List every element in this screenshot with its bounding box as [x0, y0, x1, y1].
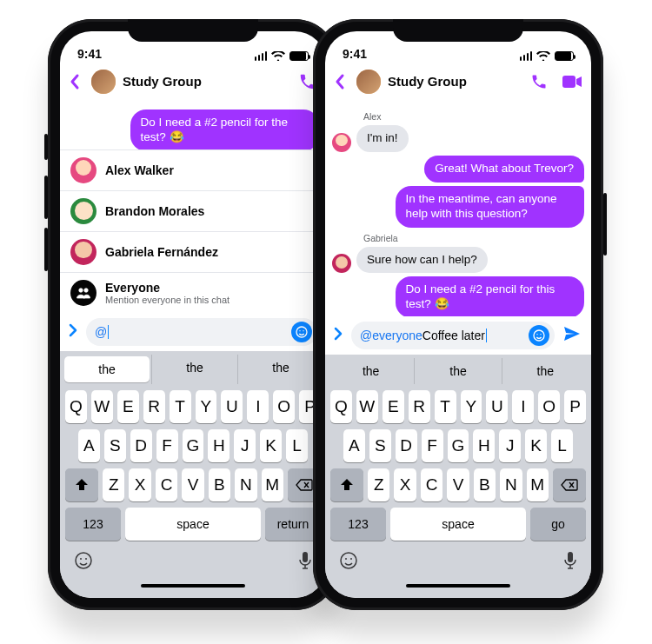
- numeric-key[interactable]: 123: [65, 508, 121, 541]
- chat-title[interactable]: Study Group: [388, 74, 523, 89]
- go-key[interactable]: go: [530, 508, 586, 541]
- svg-point-6: [80, 558, 82, 560]
- mention-item-brandon[interactable]: Brandon Morales: [60, 191, 326, 232]
- key[interactable]: J: [234, 429, 256, 462]
- svg-point-5: [76, 553, 91, 568]
- back-button[interactable]: [330, 69, 349, 95]
- suggestion[interactable]: the: [237, 355, 323, 384]
- key[interactable]: F: [422, 429, 443, 462]
- backspace-key[interactable]: [553, 468, 586, 501]
- key[interactable]: W: [356, 390, 378, 423]
- key[interactable]: A: [343, 429, 365, 462]
- emoji-keyboard-button[interactable]: [338, 550, 359, 574]
- key[interactable]: L: [286, 429, 308, 462]
- key[interactable]: G: [448, 429, 469, 462]
- key[interactable]: X: [129, 468, 150, 501]
- expand-composer-button[interactable]: [332, 326, 344, 345]
- emoji-button[interactable]: [291, 322, 312, 342]
- key[interactable]: R: [409, 390, 430, 423]
- message-input[interactable]: @everyone Coffee later: [351, 322, 555, 349]
- message-in[interactable]: I'm in!: [332, 125, 584, 152]
- audio-call-button[interactable]: [530, 73, 548, 90]
- key[interactable]: W: [91, 390, 113, 423]
- key[interactable]: R: [143, 390, 165, 423]
- key[interactable]: D: [130, 429, 152, 462]
- key[interactable]: V: [447, 468, 469, 501]
- key[interactable]: Q: [65, 390, 87, 423]
- home-indicator[interactable]: [406, 584, 510, 588]
- key[interactable]: N: [500, 468, 522, 501]
- key[interactable]: P: [564, 390, 586, 423]
- key[interactable]: O: [538, 390, 560, 423]
- numeric-key[interactable]: 123: [330, 508, 386, 541]
- key[interactable]: D: [396, 429, 417, 462]
- space-key[interactable]: space: [125, 508, 261, 541]
- dictation-button[interactable]: [297, 550, 313, 574]
- key-row-1: Q W E R T Y U I O P: [63, 390, 323, 423]
- key[interactable]: Z: [368, 468, 389, 501]
- key[interactable]: E: [117, 390, 139, 423]
- message-out[interactable]: Do I need a #2 pencil for the test? 😂: [67, 110, 319, 149]
- key[interactable]: J: [499, 429, 521, 462]
- home-indicator[interactable]: [141, 584, 245, 588]
- key[interactable]: V: [182, 468, 203, 501]
- key[interactable]: S: [369, 429, 391, 462]
- key[interactable]: S: [104, 429, 126, 462]
- key[interactable]: U: [221, 390, 243, 423]
- key[interactable]: B: [474, 468, 496, 501]
- key[interactable]: M: [527, 468, 549, 501]
- dictation-button[interactable]: [562, 550, 578, 574]
- chat-header: Study Group: [325, 63, 591, 101]
- key[interactable]: N: [235, 468, 256, 501]
- suggestion[interactable]: the: [151, 355, 237, 384]
- chat-title[interactable]: Study Group: [123, 74, 291, 89]
- space-key[interactable]: space: [390, 508, 526, 541]
- message-out[interactable]: Great! What about Trevor?: [332, 156, 584, 183]
- expand-composer-button[interactable]: [67, 322, 79, 342]
- emoji-keyboard-button[interactable]: [73, 550, 94, 574]
- mention-item-gabriela[interactable]: Gabriela Fernández: [60, 232, 326, 273]
- key[interactable]: T: [170, 390, 191, 423]
- suggestion[interactable]: the: [502, 358, 589, 384]
- mention-item-alex[interactable]: Alex Walker: [60, 150, 326, 191]
- shift-key[interactable]: [65, 468, 98, 501]
- mention-item-everyone[interactable]: Everyone Mention everyone in this chat: [60, 273, 326, 313]
- key[interactable]: C: [421, 468, 442, 501]
- shift-key[interactable]: [330, 468, 363, 501]
- message-in[interactable]: Sure how can I help?: [332, 247, 584, 274]
- key[interactable]: A: [78, 429, 100, 462]
- message-out[interactable]: Do I need a #2 pencil for this test? 😂: [332, 276, 584, 316]
- key[interactable]: Y: [196, 390, 217, 423]
- chat-avatar[interactable]: [356, 70, 381, 94]
- key[interactable]: Q: [330, 390, 352, 423]
- key[interactable]: K: [525, 429, 547, 462]
- message-input[interactable]: @: [86, 318, 317, 346]
- video-call-button[interactable]: [562, 75, 582, 89]
- key[interactable]: H: [208, 429, 230, 462]
- key[interactable]: C: [156, 468, 177, 501]
- key[interactable]: I: [247, 390, 269, 423]
- suggestion[interactable]: the: [328, 358, 414, 384]
- key[interactable]: F: [156, 429, 178, 462]
- key[interactable]: U: [486, 390, 508, 423]
- key[interactable]: I: [512, 390, 534, 423]
- key[interactable]: L: [551, 429, 573, 462]
- key[interactable]: G: [183, 429, 204, 462]
- emoji-button[interactable]: [529, 325, 549, 346]
- message-out[interactable]: In the meantime, can anyone help with th…: [332, 186, 584, 228]
- suggestion[interactable]: the: [64, 356, 150, 382]
- key[interactable]: T: [435, 390, 456, 423]
- key[interactable]: E: [383, 390, 404, 423]
- key[interactable]: K: [260, 429, 282, 462]
- key[interactable]: H: [473, 429, 495, 462]
- key[interactable]: Z: [103, 468, 124, 501]
- suggestion[interactable]: the: [414, 358, 501, 384]
- key[interactable]: B: [209, 468, 230, 501]
- send-button[interactable]: [562, 323, 582, 348]
- key[interactable]: M: [262, 468, 283, 501]
- key[interactable]: Y: [461, 390, 482, 423]
- chat-avatar[interactable]: [91, 70, 116, 94]
- key[interactable]: X: [394, 468, 416, 501]
- key[interactable]: O: [273, 390, 295, 423]
- back-button[interactable]: [65, 69, 84, 95]
